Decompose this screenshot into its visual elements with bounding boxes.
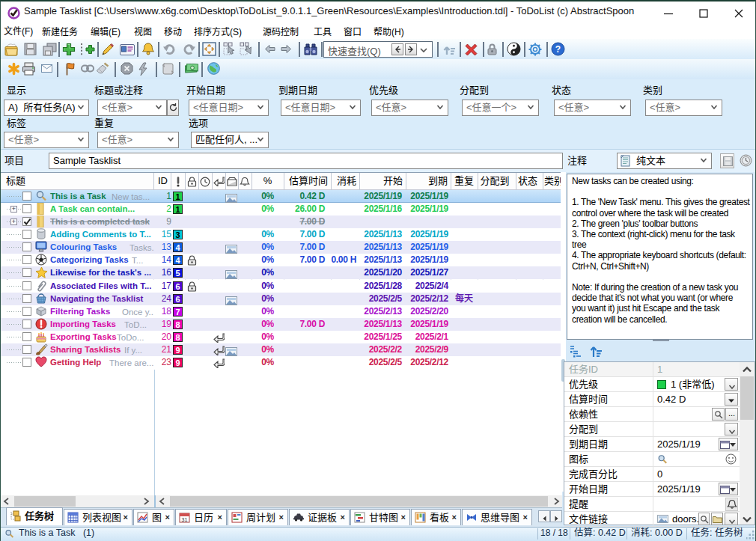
svg-text:31: 31 [182,517,188,522]
svg-text:?: ? [555,44,561,55]
